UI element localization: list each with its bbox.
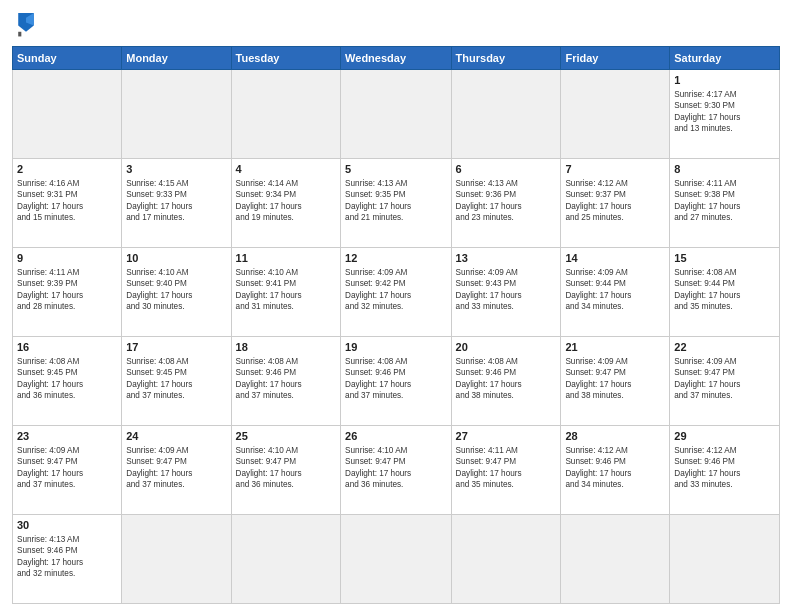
calendar-cell: 28Sunrise: 4:12 AM Sunset: 9:46 PM Dayli… xyxy=(561,426,670,515)
day-number: 21 xyxy=(565,340,665,355)
calendar-cell xyxy=(451,70,561,159)
header-tuesday: Tuesday xyxy=(231,47,340,70)
day-info: Sunrise: 4:11 AM Sunset: 9:47 PM Dayligh… xyxy=(456,445,557,491)
calendar-cell xyxy=(231,515,340,604)
header-sunday: Sunday xyxy=(13,47,122,70)
day-info: Sunrise: 4:09 AM Sunset: 9:47 PM Dayligh… xyxy=(126,445,226,491)
logo xyxy=(12,10,44,38)
day-number: 30 xyxy=(17,518,117,533)
calendar-cell: 1Sunrise: 4:17 AM Sunset: 9:30 PM Daylig… xyxy=(670,70,780,159)
day-number: 3 xyxy=(126,162,226,177)
day-info: Sunrise: 4:12 AM Sunset: 9:46 PM Dayligh… xyxy=(565,445,665,491)
day-info: Sunrise: 4:13 AM Sunset: 9:35 PM Dayligh… xyxy=(345,178,446,224)
calendar-cell: 15Sunrise: 4:08 AM Sunset: 9:44 PM Dayli… xyxy=(670,248,780,337)
day-number: 13 xyxy=(456,251,557,266)
calendar-cell xyxy=(561,70,670,159)
day-number: 15 xyxy=(674,251,775,266)
day-info: Sunrise: 4:15 AM Sunset: 9:33 PM Dayligh… xyxy=(126,178,226,224)
logo-icon xyxy=(12,10,40,38)
header-friday: Friday xyxy=(561,47,670,70)
day-number: 17 xyxy=(126,340,226,355)
calendar-cell: 21Sunrise: 4:09 AM Sunset: 9:47 PM Dayli… xyxy=(561,337,670,426)
calendar-cell: 14Sunrise: 4:09 AM Sunset: 9:44 PM Dayli… xyxy=(561,248,670,337)
day-number: 12 xyxy=(345,251,446,266)
calendar-cell: 23Sunrise: 4:09 AM Sunset: 9:47 PM Dayli… xyxy=(13,426,122,515)
weekday-header-row: Sunday Monday Tuesday Wednesday Thursday… xyxy=(13,47,780,70)
day-info: Sunrise: 4:09 AM Sunset: 9:42 PM Dayligh… xyxy=(345,267,446,313)
calendar-cell: 5Sunrise: 4:13 AM Sunset: 9:35 PM Daylig… xyxy=(341,159,451,248)
calendar-cell: 2Sunrise: 4:16 AM Sunset: 9:31 PM Daylig… xyxy=(13,159,122,248)
calendar-cell: 16Sunrise: 4:08 AM Sunset: 9:45 PM Dayli… xyxy=(13,337,122,426)
day-number: 14 xyxy=(565,251,665,266)
header-saturday: Saturday xyxy=(670,47,780,70)
calendar-cell: 13Sunrise: 4:09 AM Sunset: 9:43 PM Dayli… xyxy=(451,248,561,337)
calendar-cell: 9Sunrise: 4:11 AM Sunset: 9:39 PM Daylig… xyxy=(13,248,122,337)
calendar-cell xyxy=(122,70,231,159)
day-info: Sunrise: 4:13 AM Sunset: 9:36 PM Dayligh… xyxy=(456,178,557,224)
calendar-cell: 24Sunrise: 4:09 AM Sunset: 9:47 PM Dayli… xyxy=(122,426,231,515)
header xyxy=(12,10,780,38)
calendar-cell: 10Sunrise: 4:10 AM Sunset: 9:40 PM Dayli… xyxy=(122,248,231,337)
day-info: Sunrise: 4:10 AM Sunset: 9:47 PM Dayligh… xyxy=(345,445,446,491)
calendar-cell xyxy=(670,515,780,604)
day-info: Sunrise: 4:11 AM Sunset: 9:38 PM Dayligh… xyxy=(674,178,775,224)
calendar-page: Sunday Monday Tuesday Wednesday Thursday… xyxy=(0,0,792,612)
day-info: Sunrise: 4:12 AM Sunset: 9:46 PM Dayligh… xyxy=(674,445,775,491)
calendar-cell: 12Sunrise: 4:09 AM Sunset: 9:42 PM Dayli… xyxy=(341,248,451,337)
calendar-cell: 6Sunrise: 4:13 AM Sunset: 9:36 PM Daylig… xyxy=(451,159,561,248)
day-number: 1 xyxy=(674,73,775,88)
day-info: Sunrise: 4:08 AM Sunset: 9:45 PM Dayligh… xyxy=(17,356,117,402)
day-number: 24 xyxy=(126,429,226,444)
day-number: 7 xyxy=(565,162,665,177)
calendar-cell xyxy=(451,515,561,604)
day-info: Sunrise: 4:11 AM Sunset: 9:39 PM Dayligh… xyxy=(17,267,117,313)
header-monday: Monday xyxy=(122,47,231,70)
calendar-table: Sunday Monday Tuesday Wednesday Thursday… xyxy=(12,46,780,604)
calendar-cell: 17Sunrise: 4:08 AM Sunset: 9:45 PM Dayli… xyxy=(122,337,231,426)
day-info: Sunrise: 4:08 AM Sunset: 9:46 PM Dayligh… xyxy=(236,356,336,402)
day-number: 5 xyxy=(345,162,446,177)
day-info: Sunrise: 4:10 AM Sunset: 9:47 PM Dayligh… xyxy=(236,445,336,491)
day-number: 28 xyxy=(565,429,665,444)
day-info: Sunrise: 4:17 AM Sunset: 9:30 PM Dayligh… xyxy=(674,89,775,135)
day-info: Sunrise: 4:16 AM Sunset: 9:31 PM Dayligh… xyxy=(17,178,117,224)
day-number: 9 xyxy=(17,251,117,266)
calendar-cell xyxy=(341,515,451,604)
day-number: 19 xyxy=(345,340,446,355)
calendar-cell xyxy=(122,515,231,604)
calendar-cell: 3Sunrise: 4:15 AM Sunset: 9:33 PM Daylig… xyxy=(122,159,231,248)
day-info: Sunrise: 4:09 AM Sunset: 9:44 PM Dayligh… xyxy=(565,267,665,313)
calendar-cell: 29Sunrise: 4:12 AM Sunset: 9:46 PM Dayli… xyxy=(670,426,780,515)
calendar-cell xyxy=(341,70,451,159)
day-number: 6 xyxy=(456,162,557,177)
day-number: 10 xyxy=(126,251,226,266)
day-info: Sunrise: 4:09 AM Sunset: 9:43 PM Dayligh… xyxy=(456,267,557,313)
calendar-cell xyxy=(561,515,670,604)
calendar-cell: 20Sunrise: 4:08 AM Sunset: 9:46 PM Dayli… xyxy=(451,337,561,426)
calendar-cell: 19Sunrise: 4:08 AM Sunset: 9:46 PM Dayli… xyxy=(341,337,451,426)
header-thursday: Thursday xyxy=(451,47,561,70)
day-info: Sunrise: 4:10 AM Sunset: 9:40 PM Dayligh… xyxy=(126,267,226,313)
calendar-cell xyxy=(13,70,122,159)
calendar-cell: 8Sunrise: 4:11 AM Sunset: 9:38 PM Daylig… xyxy=(670,159,780,248)
day-info: Sunrise: 4:09 AM Sunset: 9:47 PM Dayligh… xyxy=(565,356,665,402)
calendar-cell: 30Sunrise: 4:13 AM Sunset: 9:46 PM Dayli… xyxy=(13,515,122,604)
day-number: 8 xyxy=(674,162,775,177)
day-number: 20 xyxy=(456,340,557,355)
header-wednesday: Wednesday xyxy=(341,47,451,70)
day-number: 27 xyxy=(456,429,557,444)
day-number: 23 xyxy=(17,429,117,444)
calendar-cell xyxy=(231,70,340,159)
calendar-cell: 18Sunrise: 4:08 AM Sunset: 9:46 PM Dayli… xyxy=(231,337,340,426)
day-info: Sunrise: 4:09 AM Sunset: 9:47 PM Dayligh… xyxy=(674,356,775,402)
day-info: Sunrise: 4:08 AM Sunset: 9:46 PM Dayligh… xyxy=(456,356,557,402)
day-info: Sunrise: 4:12 AM Sunset: 9:37 PM Dayligh… xyxy=(565,178,665,224)
day-info: Sunrise: 4:08 AM Sunset: 9:44 PM Dayligh… xyxy=(674,267,775,313)
day-info: Sunrise: 4:14 AM Sunset: 9:34 PM Dayligh… xyxy=(236,178,336,224)
day-number: 2 xyxy=(17,162,117,177)
calendar-cell: 25Sunrise: 4:10 AM Sunset: 9:47 PM Dayli… xyxy=(231,426,340,515)
calendar-cell: 7Sunrise: 4:12 AM Sunset: 9:37 PM Daylig… xyxy=(561,159,670,248)
day-info: Sunrise: 4:13 AM Sunset: 9:46 PM Dayligh… xyxy=(17,534,117,580)
day-info: Sunrise: 4:10 AM Sunset: 9:41 PM Dayligh… xyxy=(236,267,336,313)
day-number: 4 xyxy=(236,162,336,177)
